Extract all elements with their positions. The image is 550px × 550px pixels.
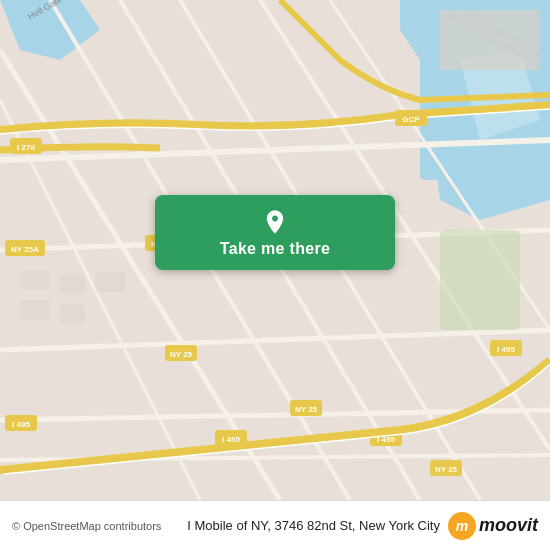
osm-attribution: © OpenStreetMap contributors	[12, 520, 179, 532]
footer-bar: © OpenStreetMap contributors I Mobile of…	[0, 500, 550, 550]
svg-text:I 495: I 495	[12, 420, 30, 429]
svg-point-48	[273, 216, 278, 221]
button-label: Take me there	[220, 240, 330, 258]
svg-rect-43	[95, 272, 125, 292]
location-pin-icon	[261, 208, 289, 236]
svg-rect-46	[440, 230, 520, 330]
svg-rect-41	[20, 270, 50, 290]
moovit-logo: m moovit	[448, 512, 538, 540]
svg-text:NY 25: NY 25	[295, 405, 318, 414]
svg-rect-44	[20, 300, 50, 320]
svg-text:I 278: I 278	[17, 143, 35, 152]
svg-text:I 495: I 495	[497, 345, 515, 354]
svg-rect-42	[60, 275, 85, 293]
svg-text:NY 25: NY 25	[435, 465, 458, 474]
take-me-there-button[interactable]: Take me there	[155, 195, 395, 270]
svg-rect-45	[60, 305, 85, 323]
location-description: I Mobile of NY, 3746 82nd St, New York C…	[187, 518, 440, 533]
moovit-logo-icon: m	[448, 512, 476, 540]
svg-text:GCP: GCP	[402, 115, 420, 124]
svg-text:NY 25A: NY 25A	[11, 245, 39, 254]
svg-text:NY 25: NY 25	[170, 350, 193, 359]
map-container: I 278 NY 25A NY 25A NY 25A I 495 I 495 I…	[0, 0, 550, 500]
moovit-brand-text: moovit	[479, 515, 538, 536]
